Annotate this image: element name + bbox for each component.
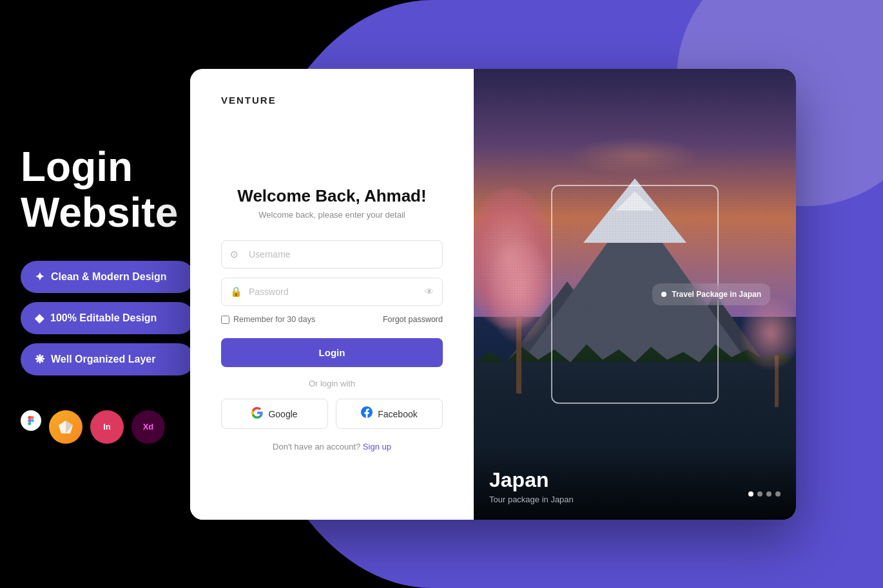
country-subtitle: Tour package in Japan (489, 495, 781, 504)
sketch-icon (49, 410, 82, 444)
xd-icon: Xd (131, 410, 165, 444)
google-button[interactable]: Google (221, 399, 328, 429)
cloud-glow (570, 137, 699, 175)
login-title: Welcome Back, Ahmad! (221, 186, 443, 206)
country-title: Japan (489, 468, 781, 492)
username-input[interactable] (221, 240, 443, 269)
forgot-password-link[interactable]: Forgot password (383, 315, 443, 324)
user-icon: ⊙ (230, 249, 238, 260)
signup-link[interactable]: Sign up (363, 442, 391, 451)
remember-checkbox[interactable] (221, 316, 229, 324)
dot-2[interactable] (757, 491, 762, 497)
brand-logo: VENTURE (221, 95, 443, 106)
figma-icon (21, 410, 41, 431)
dot-4[interactable] (775, 491, 781, 497)
remember-label[interactable]: Remember for 30 days (221, 315, 315, 324)
remember-row: Remember for 30 days Forgot password (221, 315, 443, 324)
dot-3[interactable] (766, 491, 771, 497)
floating-card-label: Travel Package in Japan (672, 290, 761, 299)
facebook-icon (361, 406, 373, 421)
signup-text: Don't have an account? Sign up (221, 442, 443, 451)
layer-icon: ❋ (35, 352, 44, 366)
feature-pill-clean: ✦ Clean & Modern Design (21, 261, 195, 293)
floating-card-dot (661, 292, 666, 297)
floating-card: Travel Package in Japan (652, 283, 770, 305)
facebook-button[interactable]: Facebook (336, 399, 443, 429)
login-subtitle: Welcome back, please enter your detail (221, 210, 443, 220)
feature-pill-editable: ◆ 100% Editable Design (21, 302, 195, 334)
username-group: ⊙ (221, 240, 443, 269)
editable-icon: ◆ (35, 311, 44, 325)
carousel-dots (748, 491, 781, 497)
social-row: Google Facebook (221, 399, 443, 429)
cherry-blossom-right (751, 304, 796, 407)
feature-pill-layer: ❋ Well Organized Layer (21, 343, 195, 375)
clean-icon: ✦ (35, 270, 44, 284)
eye-icon[interactable]: 👁 (425, 287, 434, 297)
lock-icon: 🔒 (230, 286, 242, 298)
invision-icon: In (90, 410, 124, 444)
password-input[interactable] (221, 278, 443, 306)
bottom-overlay: Japan Tour package in Japan (474, 449, 796, 520)
dot-1[interactable] (748, 491, 753, 497)
main-card: VENTURE Welcome Back, Ahmad! Welcome bac… (190, 69, 796, 520)
or-divider: Or login with (221, 379, 443, 388)
google-icon (251, 407, 263, 421)
image-side: Travel Package in Japan Japan Tour packa… (474, 69, 796, 520)
password-group: 🔒 👁 (221, 278, 443, 306)
login-button[interactable]: Login (221, 338, 443, 367)
login-side: VENTURE Welcome Back, Ahmad! Welcome bac… (190, 69, 474, 520)
